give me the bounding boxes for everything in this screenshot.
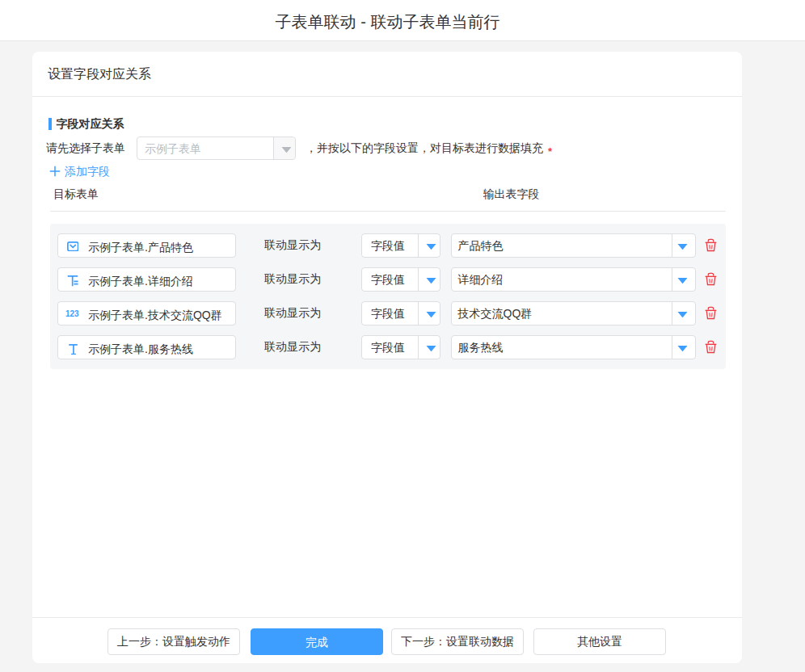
svg-text:123: 123 <box>65 310 79 317</box>
